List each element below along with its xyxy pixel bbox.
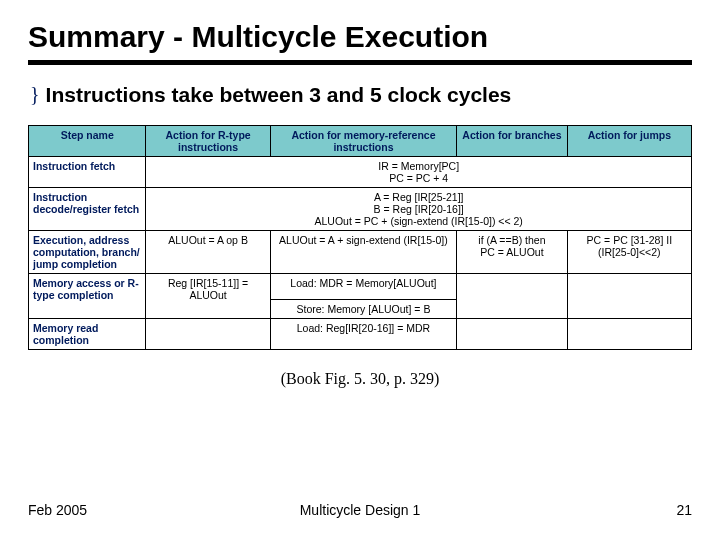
step-name: Memory access or R-type completion <box>29 274 146 319</box>
cell-line: ALUOut <box>150 289 265 301</box>
table-row: Instruction decode/register fetch A = Re… <box>29 188 692 231</box>
cell-jump: PC = PC [31-28] II (IR[25-0]<<2) <box>567 231 691 274</box>
step-name: Instruction fetch <box>29 157 146 188</box>
bullet-glyph-icon: } <box>30 83 40 105</box>
cell-line: A = Reg [IR[25-21]] <box>150 191 687 203</box>
cell-line: B = Reg [IR[20-16]] <box>150 203 687 215</box>
step-name: Memory read completion <box>29 319 146 350</box>
cell-rtype: ALUOut = A op B <box>146 231 270 274</box>
figure-caption: (Book Fig. 5. 30, p. 329) <box>28 370 692 388</box>
cell-line: Store: Memory [ALUOut] = B <box>271 300 456 318</box>
table-row: Execution, address computation, branch/ … <box>29 231 692 274</box>
title-rule <box>28 60 692 65</box>
cell-line: (IR[25-0]<<2) <box>572 246 687 258</box>
bullet-text: Instructions take between 3 and 5 clock … <box>46 83 512 107</box>
cell-branch: if (A ==B) then PC = ALUOut <box>457 231 568 274</box>
cell-line: Reg [IR[15-11]] = <box>150 277 265 289</box>
table-header-row: Step name Action for R-type instructions… <box>29 126 692 157</box>
cell-rtype <box>146 319 270 350</box>
cell-full: A = Reg [IR[25-21]] B = Reg [IR[20-16]] … <box>146 188 692 231</box>
cell-rtype: Reg [IR[15-11]] = ALUOut <box>146 274 270 319</box>
cell-jump <box>567 274 691 319</box>
table-row: Memory access or R-type completion Reg [… <box>29 274 692 319</box>
cell-line: if (A ==B) then <box>461 234 563 246</box>
table-row: Memory read completion Load: Reg[IR[20-1… <box>29 319 692 350</box>
th-rtype: Action for R-type instructions <box>146 126 270 157</box>
footer-date: Feb 2005 <box>28 502 87 518</box>
slide-footer: Feb 2005 Multicycle Design 1 21 <box>28 502 692 518</box>
th-jump: Action for jumps <box>567 126 691 157</box>
cell-branch <box>457 274 568 319</box>
cell-line: PC = PC + 4 <box>150 172 687 184</box>
bullet-item: } Instructions take between 3 and 5 cloc… <box>28 83 692 107</box>
footer-title: Multicycle Design 1 <box>28 502 692 518</box>
step-name: Instruction decode/register fetch <box>29 188 146 231</box>
cell-branch <box>457 319 568 350</box>
cell-line: PC = PC [31-28] II <box>572 234 687 246</box>
cell-mem: Load: Reg[IR[20-16]] = MDR <box>270 319 456 350</box>
cell-line: PC = ALUOut <box>461 246 563 258</box>
cell-mem: ALUOut = A + sign-extend (IR[15-0]) <box>270 231 456 274</box>
cell-mem: Load: MDR = Memory[ALUOut] Store: Memory… <box>270 274 456 319</box>
cell-line: ALUOut = PC + (sign-extend (IR[15-0]) <<… <box>150 215 687 227</box>
th-step: Step name <box>29 126 146 157</box>
steps-table: Step name Action for R-type instructions… <box>28 125 692 350</box>
th-mem: Action for memory-reference instructions <box>270 126 456 157</box>
th-branch: Action for branches <box>457 126 568 157</box>
table-row: Instruction fetch IR = Memory[PC] PC = P… <box>29 157 692 188</box>
cell-line: IR = Memory[PC] <box>150 160 687 172</box>
step-name: Execution, address computation, branch/ … <box>29 231 146 274</box>
slide-title: Summary - Multicycle Execution <box>28 20 692 54</box>
cell-line: Load: MDR = Memory[ALUOut] <box>271 274 456 300</box>
footer-number: 21 <box>676 502 692 518</box>
slide: Summary - Multicycle Execution } Instruc… <box>0 0 720 540</box>
cell-jump <box>567 319 691 350</box>
steps-table-wrap: Step name Action for R-type instructions… <box>28 125 692 350</box>
cell-full: IR = Memory[PC] PC = PC + 4 <box>146 157 692 188</box>
